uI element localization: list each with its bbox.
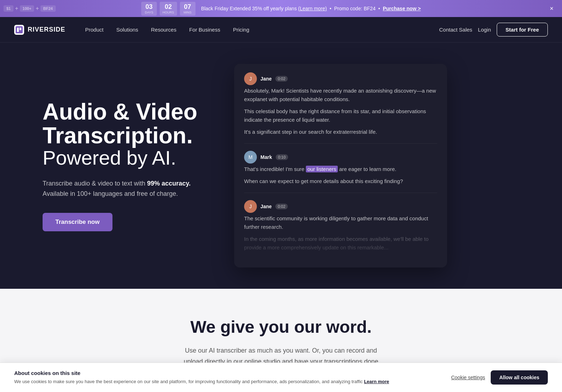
nav-links: Product Solutions Resources For Business…	[79, 24, 439, 35]
hero-subtitle: Transcribe audio & video to text with 99…	[43, 178, 213, 199]
speaker-time-jane-2: 0:02	[275, 204, 288, 209]
hero-section: Audio & Video Transcription. Powered by …	[0, 43, 562, 289]
speaker-name-mark: Mark	[260, 154, 272, 160]
transcript-block-2: M Mark 0:10 That's incredible! I'm sure …	[244, 151, 437, 193]
transcript-block-3: J Jane 0:02 The scientific community is …	[244, 200, 437, 259]
transcript-panel: J Jane 0:02 Absolutely, Mark! Scientists…	[234, 64, 447, 267]
deco-badge-3: BF24	[40, 5, 56, 12]
logo-icon	[14, 25, 24, 35]
navbar: RIVERSIDE Product Solutions Resources Fo…	[0, 17, 562, 43]
countdown-days: 03 DAYS	[141, 2, 157, 16]
deco-plus-2: +	[35, 5, 39, 12]
announcement-close-button[interactable]: ×	[548, 4, 555, 14]
allow-cookies-button[interactable]: Allow all cookies	[491, 370, 548, 385]
deco-left: $1 + 100+ + BF24	[0, 0, 92, 17]
transcript-block-1: J Jane 0:02 Absolutely, Mark! Scientists…	[244, 72, 437, 144]
avatar-jane-1: J	[244, 72, 257, 85]
cookie-text: About cookies on this site We use cookie…	[14, 370, 442, 385]
learn-more-link[interactable]: (Learn more)	[298, 6, 327, 11]
transcript-inner: J Jane 0:02 Absolutely, Mark! Scientists…	[234, 64, 447, 267]
login-link[interactable]: Login	[478, 27, 491, 33]
speaker-row-jane-1: J Jane 0:02	[244, 72, 437, 85]
deco-plus-1: +	[15, 5, 18, 12]
purchase-now-link[interactable]: Purchase now >	[383, 6, 421, 11]
speaker-time-mark: 0:10	[276, 154, 288, 160]
deco-badge-1: $1	[4, 5, 13, 12]
svg-rect-0	[16, 26, 23, 33]
cookie-learn-more-link[interactable]: Learn more	[364, 379, 389, 384]
speaker-name-jane-2: Jane	[260, 204, 272, 209]
cookie-desc: We use cookies to make sure you have the…	[14, 378, 442, 385]
speaker-time-jane-1: 0:02	[275, 76, 288, 82]
logo-name: RIVERSIDE	[28, 26, 65, 33]
nav-for-business[interactable]: For Business	[183, 24, 226, 35]
countdown-mins: 07 MINS	[180, 2, 195, 16]
promise-heading: We give you our word.	[14, 317, 548, 337]
logo[interactable]: RIVERSIDE	[14, 25, 65, 35]
cookie-settings-button[interactable]: Cookie settings	[451, 375, 485, 380]
countdown-timer: 03 DAYS 02 HOURS 07 MINS	[141, 2, 195, 16]
hero-title: Audio & Video Transcription. Powered by …	[43, 100, 213, 169]
highlight-our-listeners: our listeners	[306, 166, 338, 172]
avatar-mark: M	[244, 151, 257, 164]
nav-pricing[interactable]: Pricing	[227, 24, 255, 35]
avatar-jane-2: J	[244, 200, 257, 213]
cookie-actions: Cookie settings Allow all cookies	[451, 370, 548, 385]
speaker-row-jane-2: J Jane 0:02	[244, 200, 437, 213]
start-free-button[interactable]: Start for Free	[497, 23, 548, 37]
contact-sales-link[interactable]: Contact Sales	[439, 27, 472, 33]
nav-product[interactable]: Product	[79, 24, 109, 35]
transcript-text-jane-1: Absolutely, Mark! Scientists have recent…	[244, 87, 437, 136]
speaker-row-mark: M Mark 0:10	[244, 151, 437, 164]
speaker-name-jane-1: Jane	[260, 76, 272, 82]
nav-actions: Contact Sales Login Start for Free	[439, 23, 548, 37]
hero-content: Audio & Video Transcription. Powered by …	[43, 100, 213, 232]
cookie-title: About cookies on this site	[14, 370, 442, 376]
transcript-text-jane-2: The scientific community is working dili…	[244, 214, 437, 252]
announcement-bar: $1 + 100+ + BF24 03 DAYS 02 HOURS 07 MIN…	[0, 0, 562, 17]
transcript-text-mark: That's incredible! I'm sure our listener…	[244, 165, 437, 186]
deco-badge-2: 100+	[20, 5, 34, 12]
nav-solutions[interactable]: Solutions	[111, 24, 144, 35]
cookie-banner: About cookies on this site We use cookie…	[0, 363, 562, 392]
transcribe-now-button[interactable]: Transcribe now	[43, 213, 112, 231]
nav-resources[interactable]: Resources	[145, 24, 182, 35]
countdown-hours: 02 HOURS	[160, 2, 177, 16]
announcement-text: Black Friday Extended 35% off yearly pla…	[201, 6, 421, 11]
